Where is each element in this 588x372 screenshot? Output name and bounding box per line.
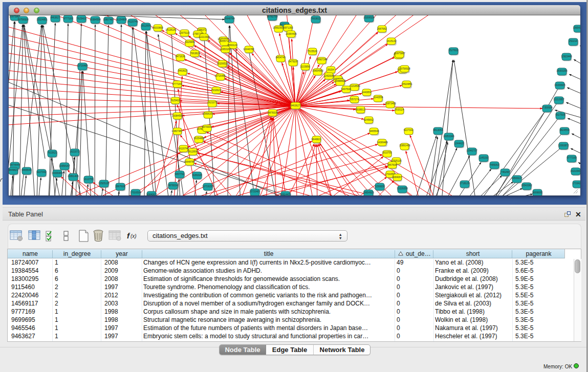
svg-text:1610755: 1610755 bbox=[84, 178, 94, 181]
svg-text:12975115: 12975115 bbox=[179, 32, 190, 34]
svg-text:8454749: 8454749 bbox=[276, 56, 286, 59]
svg-text:9646821: 9646821 bbox=[9, 169, 18, 171]
svg-text:14099489: 14099489 bbox=[52, 172, 63, 174]
svg-text:9329966: 9329966 bbox=[185, 41, 195, 43]
svg-text:19166825: 19166825 bbox=[554, 84, 565, 86]
svg-text:1733426: 1733426 bbox=[573, 182, 580, 185]
svg-text:14120746: 14120746 bbox=[178, 147, 189, 150]
svg-text:10973493: 10973493 bbox=[385, 102, 396, 105]
svg-text:10719155: 10719155 bbox=[202, 185, 213, 188]
svg-text:9457791: 9457791 bbox=[175, 173, 185, 176]
svg-text:746266: 746266 bbox=[501, 171, 509, 173]
svg-text:16154808: 16154808 bbox=[193, 137, 205, 140]
svg-text:9699695: 9699695 bbox=[533, 191, 542, 194]
svg-text:7625402: 7625402 bbox=[77, 17, 86, 20]
svg-text:20364436: 20364436 bbox=[286, 33, 297, 35]
svg-text:8938913: 8938913 bbox=[356, 108, 365, 111]
svg-text:9463627: 9463627 bbox=[178, 70, 188, 72]
svg-text:1621072: 1621072 bbox=[208, 101, 217, 104]
svg-text:15524851: 15524851 bbox=[401, 83, 412, 85]
svg-text:10958167: 10958167 bbox=[202, 113, 213, 115]
svg-text:15692901: 15692901 bbox=[273, 27, 284, 29]
svg-text:12923446: 12923446 bbox=[561, 55, 572, 58]
svg-text:16648784: 16648784 bbox=[184, 161, 195, 163]
svg-text:f: f bbox=[127, 231, 130, 240]
svg-text:1244415: 1244415 bbox=[454, 142, 464, 145]
svg-text:6479197: 6479197 bbox=[289, 60, 298, 63]
svg-text:16033809: 16033809 bbox=[152, 27, 163, 29]
svg-text:15720407: 15720407 bbox=[249, 190, 260, 193]
svg-text:9465546: 9465546 bbox=[369, 130, 379, 133]
svg-text:14136141: 14136141 bbox=[165, 29, 177, 31]
svg-text:13716485: 13716485 bbox=[214, 75, 226, 77]
svg-text:13716485: 13716485 bbox=[77, 64, 88, 67]
svg-text:8471636: 8471636 bbox=[176, 55, 185, 58]
svg-text:4055712: 4055712 bbox=[220, 40, 230, 42]
svg-text:8878334: 8878334 bbox=[268, 112, 278, 114]
svg-text:10807487: 10807487 bbox=[171, 130, 183, 133]
svg-text:1527602: 1527602 bbox=[449, 49, 459, 52]
svg-text:12093872: 12093872 bbox=[558, 144, 569, 147]
svg-text:9084067: 9084067 bbox=[393, 176, 402, 179]
svg-text:39154: 39154 bbox=[327, 69, 334, 71]
svg-text:19756928: 19756928 bbox=[17, 18, 29, 21]
svg-text:7357274: 7357274 bbox=[350, 98, 359, 101]
svg-text:20053346: 20053346 bbox=[443, 135, 454, 138]
svg-text:14099489: 14099489 bbox=[377, 141, 388, 144]
svg-text:9474444: 9474444 bbox=[202, 126, 212, 128]
svg-text:16210943: 16210943 bbox=[570, 170, 580, 172]
svg-text:9646821: 9646821 bbox=[312, 138, 321, 141]
svg-text:8186328: 8186328 bbox=[192, 174, 202, 177]
svg-text:19384554: 19384554 bbox=[172, 115, 183, 117]
svg-text:15524851: 15524851 bbox=[36, 18, 48, 21]
svg-text:3912954: 3912954 bbox=[141, 25, 151, 27]
svg-text:10688609: 10688609 bbox=[335, 80, 346, 82]
svg-text:3215956: 3215956 bbox=[300, 65, 310, 68]
svg-text:19756928: 19756928 bbox=[399, 68, 410, 70]
svg-text:14569117: 14569117 bbox=[512, 177, 522, 180]
svg-text:14120746: 14120746 bbox=[127, 20, 138, 23]
svg-text:9463627: 9463627 bbox=[291, 104, 300, 107]
svg-text:20206526: 20206526 bbox=[363, 16, 375, 19]
svg-text:252214: 252214 bbox=[569, 40, 577, 42]
svg-text:12942737: 12942737 bbox=[466, 149, 477, 152]
svg-text:16154808: 16154808 bbox=[116, 18, 127, 21]
svg-text:9465546: 9465546 bbox=[22, 169, 32, 171]
svg-text:3824554: 3824554 bbox=[560, 129, 570, 132]
svg-text:18907249: 18907249 bbox=[316, 58, 328, 61]
svg-text:16543362: 16543362 bbox=[521, 184, 532, 187]
svg-text:10653267: 10653267 bbox=[220, 48, 231, 51]
svg-text:1440954: 1440954 bbox=[362, 91, 372, 94]
svg-text:17359934: 17359934 bbox=[541, 106, 553, 109]
svg-text:7632621: 7632621 bbox=[48, 151, 57, 154]
svg-text:20891406: 20891406 bbox=[68, 175, 79, 178]
svg-text:2687682: 2687682 bbox=[377, 28, 387, 30]
svg-text:17016504: 17016504 bbox=[130, 191, 141, 194]
svg-text:7515526: 7515526 bbox=[308, 50, 317, 53]
svg-text:16648784: 16648784 bbox=[224, 17, 235, 20]
svg-text:7485063: 7485063 bbox=[490, 164, 499, 166]
svg-text:6497508: 6497508 bbox=[341, 88, 351, 91]
svg-text:1615132: 1615132 bbox=[387, 40, 397, 42]
svg-text:7663822: 7663822 bbox=[311, 17, 321, 20]
svg-text:10046788: 10046788 bbox=[243, 48, 254, 51]
svg-text:1621072: 1621072 bbox=[70, 150, 80, 153]
svg-text:9474444: 9474444 bbox=[10, 164, 20, 166]
svg-text:8660124: 8660124 bbox=[228, 44, 237, 47]
svg-text:9463627: 9463627 bbox=[51, 16, 60, 19]
svg-text:12505135: 12505135 bbox=[98, 182, 110, 185]
svg-text:8813054: 8813054 bbox=[433, 129, 443, 132]
svg-text:8878334: 8878334 bbox=[168, 184, 178, 187]
svg-text:2718129: 2718129 bbox=[460, 182, 470, 185]
svg-text:9227342: 9227342 bbox=[37, 171, 47, 173]
svg-text:9777169: 9777169 bbox=[172, 83, 182, 85]
svg-text:3912954: 3912954 bbox=[188, 150, 198, 153]
svg-text:20206526: 20206526 bbox=[217, 62, 228, 65]
svg-text:7663822: 7663822 bbox=[190, 52, 200, 55]
svg-text:10654112: 10654112 bbox=[573, 27, 581, 29]
svg-text:16782759: 16782759 bbox=[267, 15, 278, 18]
svg-text:16914479: 16914479 bbox=[280, 193, 291, 195]
svg-text:13226058: 13226058 bbox=[397, 187, 408, 190]
svg-text:19654963: 19654963 bbox=[312, 70, 323, 72]
svg-text:12218506: 12218506 bbox=[349, 85, 360, 87]
